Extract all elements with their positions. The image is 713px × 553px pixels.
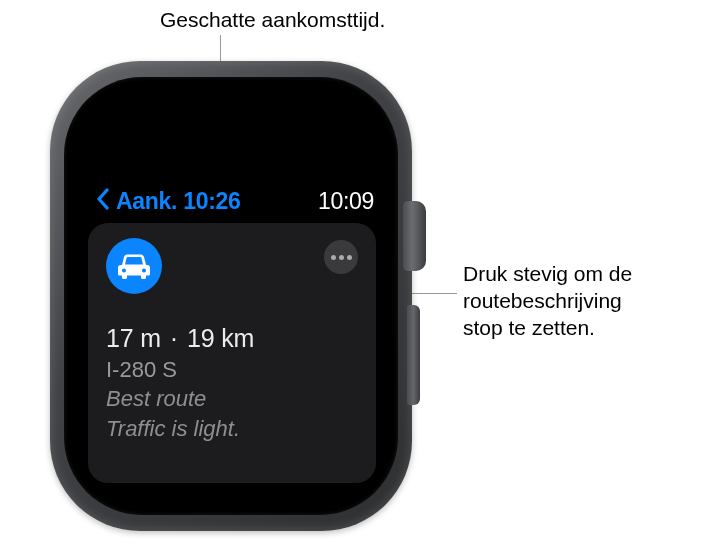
car-icon [106,238,162,294]
clock-time: 10:09 [318,188,374,215]
route-card[interactable]: 17 m · 19 km I-280 S Best route Traffic … [88,223,376,483]
route-duration: 17 m [106,324,161,352]
status-bar: Aank. 10:26 10:09 [88,185,376,217]
route-time-distance: 17 m · 19 km [106,324,358,353]
route-summary: 17 m · 19 km I-280 S Best route Traffic … [106,324,358,442]
route-traffic: Traffic is light. [106,415,358,443]
digital-crown[interactable] [403,201,426,271]
card-header-row [106,238,358,294]
callout-right-line1: Druk stevig om de [463,261,703,288]
callout-eta: Geschatte aankomsttijd. [160,8,385,32]
separator-dot: · [168,324,181,352]
ellipsis-icon [331,255,352,260]
watch-screen[interactable]: Aank. 10:26 10:09 17 m · 19 km [88,133,376,483]
chevron-left-icon [96,188,110,214]
route-distance: 19 km [187,324,254,352]
apple-watch-device: Aank. 10:26 10:09 17 m · 19 km [26,61,437,531]
callout-right-line2: routebeschrijving [463,288,703,315]
side-button[interactable] [407,305,420,405]
arrival-time: Aank. 10:26 [116,188,241,215]
back-button[interactable] [90,188,116,214]
route-quality: Best route [106,385,358,413]
route-road: I-280 S [106,357,358,383]
callout-force-press: Druk stevig om de routebeschrijving stop… [463,261,703,342]
callout-right-line3: stop te zetten. [463,315,703,342]
more-button[interactable] [324,240,358,274]
